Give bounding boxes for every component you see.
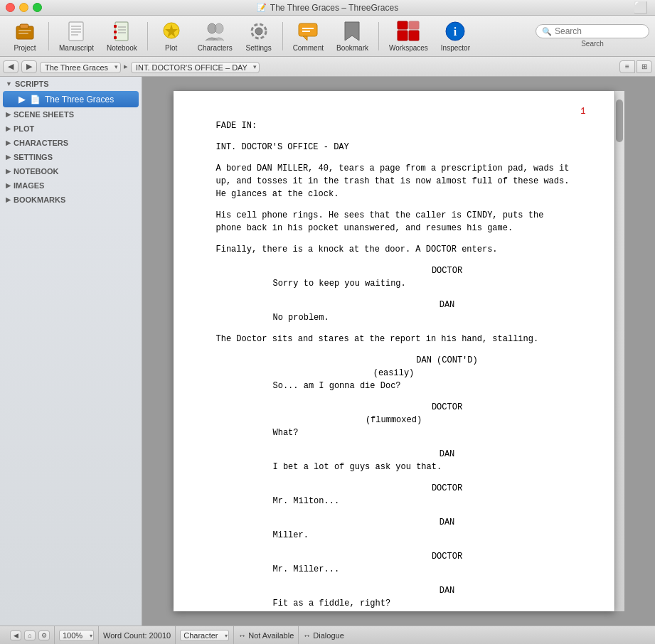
sidebar-characters-label: CHARACTERS: [14, 139, 68, 147]
status-home-button[interactable]: ⌂: [24, 630, 36, 640]
script-char-3: DAN (CONT'D): [323, 354, 572, 367]
sidebar-settings-label: SETTINGS: [14, 153, 53, 161]
svg-rect-10: [114, 25, 117, 28]
chevron-right-icon-7: ▶: [6, 196, 11, 203]
sidebar-plot-header[interactable]: ▶ PLOT: [0, 122, 142, 136]
script-scene-heading: INT. DOCTOR'S OFFICE - DAY: [216, 141, 572, 154]
view-list-button[interactable]: ≡: [619, 60, 635, 73]
sidebar-notebook-header[interactable]: ▶ NOTEBOOK: [0, 164, 142, 178]
toolbar-comment[interactable]: Comment: [287, 17, 329, 55]
status-element-wrap[interactable]: Character: [180, 630, 229, 641]
nav-breadcrumb: The Three Graces ▸ INT. DOCTOR'S OFFICE …: [40, 60, 260, 73]
nav-back-button[interactable]: ◀: [3, 60, 18, 73]
script-char-2: DAN: [323, 299, 572, 311]
right-scrollbar[interactable]: [614, 91, 624, 611]
sidebar-section-images: ▶ IMAGES: [0, 178, 142, 193]
svg-rect-30: [409, 21, 419, 29]
sidebar-scripts-header[interactable]: ▼ SCRIPTS: [0, 77, 142, 91]
maximize-button[interactable]: [33, 3, 42, 12]
script-dial-5: I bet a lot of guys ask you that.: [273, 461, 515, 473]
chevron-right-icon-5: ▶: [6, 168, 11, 175]
restore-button[interactable]: ⬜: [634, 1, 648, 14]
svg-text:i: i: [454, 26, 457, 38]
notebook-label: Notebook: [107, 44, 137, 52]
sidebar-notebook-label: NOTEBOOK: [14, 167, 59, 176]
view-grid-button[interactable]: ⊞: [637, 60, 652, 73]
bookmark-icon: [341, 20, 363, 43]
content-area: 1 FADE IN: INT. DOCTOR'S OFFICE - DAY A …: [142, 77, 655, 626]
sidebar-section-scripts: ▼ SCRIPTS ▶ 📄 The Three Graces: [0, 77, 142, 107]
word-count-label: Word Count: 20010: [103, 631, 171, 640]
toolbar-project[interactable]: Project: [6, 17, 44, 55]
scene-type-label: ↔ Dialogue: [303, 631, 344, 640]
sidebar-section-bookmarks: ▶ BOOKMARKS: [0, 193, 142, 207]
search-input[interactable]: [555, 26, 640, 36]
window-title: 📝 The Three Graces – ThreeGraces: [257, 3, 398, 13]
toolbar-plot[interactable]: Plot: [152, 17, 191, 55]
minimize-button[interactable]: [19, 3, 28, 12]
toolbar-bookmark[interactable]: Bookmark: [331, 17, 374, 55]
comment-icon: [297, 20, 319, 43]
toolbar-manuscript[interactable]: Manuscript: [53, 17, 100, 55]
window-controls[interactable]: [6, 3, 42, 12]
sidebar-scene-sheets-label: SCENE SHEETS: [14, 110, 74, 119]
svg-rect-11: [114, 31, 117, 33]
chevron-right-icon: ▶: [6, 111, 11, 118]
toolbar-characters[interactable]: Characters: [192, 17, 238, 55]
search-box[interactable]: 🔍: [536, 24, 649, 38]
breadcrumb-script-select[interactable]: The Three Graces: [40, 62, 121, 73]
status-back-button[interactable]: ◀: [10, 630, 21, 640]
sidebar-bookmarks-header[interactable]: ▶ BOOKMARKS: [0, 193, 142, 207]
status-gear-button[interactable]: ⚙: [38, 630, 50, 640]
script-dial-4: What?: [273, 426, 515, 439]
settings-icon: [247, 20, 270, 43]
sidebar: ▼ SCRIPTS ▶ 📄 The Three Graces ▶ SCENE S…: [0, 77, 142, 626]
breadcrumb-script-wrap[interactable]: The Three Graces: [40, 60, 121, 73]
nav-forward-button[interactable]: ▶: [21, 60, 37, 73]
status-element-select[interactable]: Character: [180, 630, 229, 641]
chevron-right-icon-3: ▶: [6, 139, 11, 146]
svg-point-20: [255, 28, 262, 35]
sidebar-item-three-graces[interactable]: ▶ 📄 The Three Graces: [3, 91, 139, 107]
svg-rect-1: [20, 24, 28, 28]
sidebar-images-header[interactable]: ▶ IMAGES: [0, 178, 142, 193]
search-label: Search: [581, 40, 604, 48]
chevron-down-icon: ▼: [6, 80, 12, 87]
title-icon: 📝: [257, 3, 267, 12]
status-element-type: Character: [176, 626, 234, 644]
toolbar-search-area: 🔍 Search: [536, 24, 649, 48]
manuscript-icon: [65, 20, 87, 43]
toolbar-settings[interactable]: Settings: [240, 17, 278, 55]
toolbar-workspaces[interactable]: Workspaces: [383, 17, 434, 55]
toolbar-sep-2: [147, 22, 148, 50]
workspaces-icon: [397, 20, 420, 43]
chevron-right-icon-2: ▶: [6, 125, 11, 132]
settings-label: Settings: [246, 44, 272, 52]
status-zoom-select[interactable]: 100%: [59, 630, 94, 641]
sidebar-characters-header[interactable]: ▶ CHARACTERS: [0, 136, 142, 150]
status-zoom-section: 100%: [55, 626, 99, 644]
breadcrumb-scene-wrap[interactable]: INT. DOCTOR'S OFFICE – DAY: [131, 60, 260, 73]
script-paren-1: (easily): [294, 367, 494, 380]
svg-rect-9: [115, 22, 128, 41]
title-bar: 📝 The Three Graces – ThreeGraces ⬜: [0, 0, 655, 16]
breadcrumb-scene-select[interactable]: INT. DOCTOR'S OFFICE – DAY: [131, 62, 260, 73]
svg-marker-26: [345, 22, 359, 41]
toolbar-notebook[interactable]: Notebook: [101, 17, 143, 55]
sidebar-scene-sheets-header[interactable]: ▶ SCENE SHEETS: [0, 107, 142, 122]
status-zoom-wrap[interactable]: 100%: [59, 630, 94, 641]
script-action-2: His cell phone rings. He sees that the c…: [216, 209, 572, 235]
notebook-icon: [110, 20, 133, 43]
sidebar-section-scene-sheets: ▶ SCENE SHEETS: [0, 107, 142, 122]
sidebar-scripts-file-icon2: 📄: [30, 95, 41, 104]
scrollbar-thumb[interactable]: [616, 100, 623, 142]
bookmark-label: Bookmark: [336, 44, 368, 52]
sidebar-plot-label: PLOT: [14, 124, 34, 133]
script-page[interactable]: 1 FADE IN: INT. DOCTOR'S OFFICE - DAY A …: [174, 91, 614, 611]
script-char-6: DOCTOR: [323, 482, 572, 495]
script-action-3: Finally, there is a knock at the door. A…: [216, 243, 572, 256]
toolbar-inspector[interactable]: i Inspector: [435, 17, 476, 55]
close-button[interactable]: [6, 3, 15, 12]
sidebar-settings-header[interactable]: ▶ SETTINGS: [0, 150, 142, 164]
plot-icon: [160, 20, 183, 43]
